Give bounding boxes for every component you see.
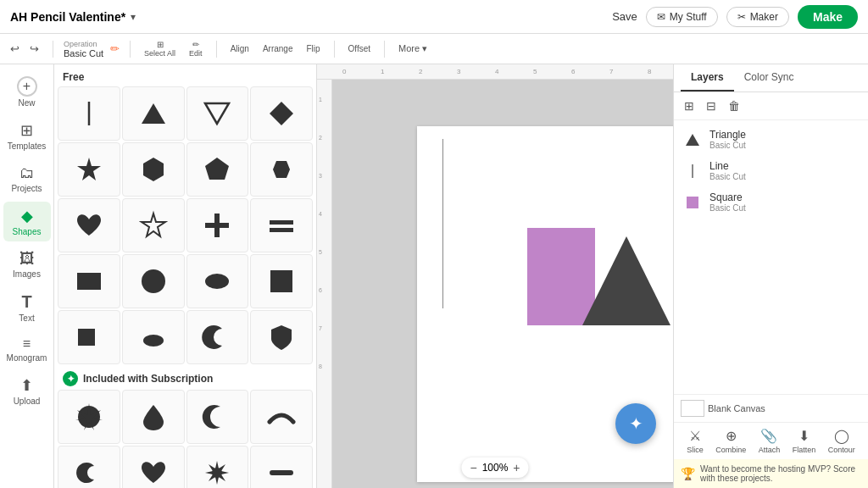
promo-bar[interactable]: 🏆 Want to become the hosting MVP? Score … [674,459,868,488]
shape-rect[interactable] [58,254,120,308]
topbar: AH Pencil Valentine* ▾ Save ✉ My Stuff ✂… [0,0,868,34]
sidenav-label: Upload [14,396,41,406]
zoom-out-button[interactable]: − [470,461,476,474]
layer-thumb-square [682,192,703,213]
tab-layers[interactable]: Layers [681,64,734,92]
shape-arc[interactable] [250,390,313,444]
contour-icon: ◯ [834,428,849,444]
shape-star-outline[interactable] [122,198,185,252]
shape-shield[interactable] [250,310,313,364]
canvas-shape-triangle[interactable] [582,236,670,325]
sidenav-item-monogram[interactable]: ≡ Monogram [3,331,51,368]
shape-crescent3[interactable] [58,446,120,488]
save-button[interactable]: Save [612,10,637,23]
shape-heart2[interactable] [122,446,185,488]
sidenav-item-templates[interactable]: ⊞ Templates [3,116,51,156]
shape-crescent2[interactable] [186,390,249,444]
attach-tool[interactable]: 📎 Attach [759,428,781,454]
svg-point-13 [205,274,229,289]
main-area: + New ⊞ Templates 🗂 Projects ◆ Shapes 🖼 … [0,64,868,488]
layer-item-line[interactable]: Line Basic Cut [674,155,868,186]
zoom-in-button[interactable]: + [513,461,520,474]
slice-tool[interactable]: ⚔ Slice [687,428,704,454]
magic-button[interactable]: ✦ [615,403,656,444]
shape-oval[interactable] [186,254,249,308]
svg-marker-1 [142,103,165,124]
shape-hexagon[interactable] [122,142,185,197]
shape-square2[interactable] [58,310,120,364]
maker-button[interactable]: ✂ Maker [726,7,789,27]
sidenav-label: Shapes [13,227,42,236]
my-stuff-button[interactable]: ✉ My Stuff [646,7,718,27]
shape-triangle-up[interactable] [186,86,249,141]
projects-icon: 🗂 [19,164,35,182]
toolbar: ↩ ↪ Operation Basic Cut ✏ ⊞ Select All ✏… [0,34,868,64]
shape-starburst2[interactable] [186,446,249,488]
offset-button[interactable]: Offset [345,42,375,55]
shape-pentagon[interactable] [186,142,249,197]
shape-crescent[interactable] [186,310,249,364]
arrange-button[interactable]: Arrange [259,42,297,55]
toolbar-separator-3 [216,41,217,58]
canvas-area[interactable]: 0 1 2 3 4 5 6 7 8 1 2 3 4 5 6 7 8 [317,64,673,488]
flip-button[interactable]: Flip [303,42,323,55]
layer-item-triangle[interactable]: Triangle Basic Cut [674,124,868,155]
layer-name-line: Line [709,160,746,172]
shape-oval2[interactable] [122,310,185,364]
document-title: AH Pencil Valentine* [10,10,125,24]
svg-marker-5 [143,158,164,181]
promo-star-icon: 🏆 [681,467,695,480]
scissor-icon: ✂ [737,11,746,23]
sidenav-item-upload[interactable]: ⬆ Upload [3,371,51,411]
ruler-vertical: 1 2 3 4 5 6 7 8 [317,80,332,488]
shape-heart[interactable] [58,198,120,252]
redo-button[interactable]: ↪ [26,41,42,57]
more-button[interactable]: More ▾ [395,42,431,56]
combine-tool[interactable]: ⊕ Combine [715,428,746,454]
svg-rect-15 [78,329,95,346]
shape-plus[interactable] [186,198,249,252]
sidenav-item-images[interactable]: 🖼 Images [3,245,51,284]
sidenav-item-projects[interactable]: 🗂 Projects [3,159,51,198]
layer-item-square[interactable]: Square Basic Cut [674,186,868,218]
toolbar-separator [53,41,53,58]
shape-droplet[interactable] [122,390,185,444]
toolbar-separator-5 [384,41,385,58]
sidenav-item-shapes[interactable]: ◆ Shapes [3,202,51,241]
svg-marker-3 [270,102,293,125]
shape-hexagon2[interactable] [250,142,313,197]
select-all-button[interactable]: ⊞ Select All [141,38,179,59]
shape-circle[interactable] [122,254,185,308]
flatten-tool[interactable]: ⬇ Flatten [793,428,816,454]
layer-type-triangle: Basic Cut [709,141,746,150]
edit-button[interactable]: ✏ Edit [186,38,206,59]
subscription-label: Included with Subscription [83,373,213,385]
shape-triangle-down[interactable] [122,86,185,141]
svg-rect-9 [270,220,293,225]
title-chevron[interactable]: ▾ [131,11,136,23]
shape-line[interactable] [58,86,120,141]
contour-tool[interactable]: ◯ Contour [828,428,855,454]
shape-star[interactable] [58,142,120,197]
blank-canvas-label: Blank Canvas [708,403,765,413]
shape-diamond[interactable] [250,86,313,141]
shape-starburst[interactable] [58,390,120,444]
undo-button[interactable]: ↩ [7,41,23,57]
layer-group-button[interactable]: ⊞ [681,97,698,114]
make-button[interactable]: Make [798,5,858,29]
align-button[interactable]: Align [227,42,253,55]
svg-rect-11 [77,273,101,290]
layer-delete-button[interactable]: 🗑 [725,97,743,114]
upload-icon: ⬆ [20,376,33,395]
sidenav: + New ⊞ Templates 🗂 Projects ◆ Shapes 🖼 … [0,64,54,488]
free-shapes-grid [54,86,316,364]
svg-point-12 [142,269,165,293]
sidenav-item-text[interactable]: T Text [3,287,51,328]
shape-dash[interactable] [250,446,313,488]
layer-ungroup-button[interactable]: ⊟ [703,97,720,114]
shape-equals[interactable] [250,198,313,252]
shape-square[interactable] [250,254,313,308]
sidenav-item-new[interactable]: + New [3,71,51,113]
tab-color-sync[interactable]: Color Sync [734,64,804,92]
text-icon: T [21,292,31,312]
